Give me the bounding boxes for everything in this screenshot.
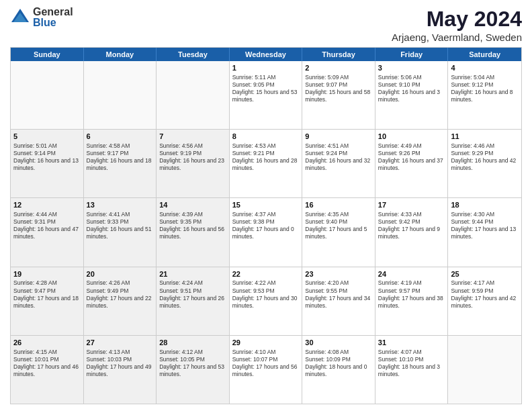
day-number: 6 xyxy=(87,132,154,142)
day-number: 29 xyxy=(232,338,300,348)
header: General Blue May 2024 Arjaeng, Vaermland… xyxy=(10,7,522,43)
calendar-body: 1Sunrise: 5:11 AMSunset: 9:05 PMDaylight… xyxy=(11,61,521,404)
calendar-cell: 21Sunrise: 4:24 AMSunset: 9:51 PMDayligh… xyxy=(157,267,230,335)
day-number: 18 xyxy=(451,200,519,210)
calendar-cell: 28Sunrise: 4:12 AMSunset: 10:05 PMDaylig… xyxy=(157,336,230,404)
cell-info: Sunrise: 4:07 AMSunset: 10:10 PMDaylight… xyxy=(378,349,445,378)
day-number: 15 xyxy=(232,200,300,210)
logo: General Blue xyxy=(10,7,73,28)
calendar-cell: 9Sunrise: 4:51 AMSunset: 9:24 PMDaylight… xyxy=(302,130,375,197)
cell-info: Sunrise: 4:35 AMSunset: 9:40 PMDaylight:… xyxy=(305,211,372,240)
calendar-cell xyxy=(157,61,230,129)
calendar-cell: 8Sunrise: 4:53 AMSunset: 9:21 PMDaylight… xyxy=(230,130,303,197)
day-number: 27 xyxy=(87,338,154,348)
main-title: May 2024 xyxy=(392,7,522,32)
cell-info: Sunrise: 4:22 AMSunset: 9:53 PMDaylight:… xyxy=(232,279,300,309)
calendar-week: 1Sunrise: 5:11 AMSunset: 9:05 PMDaylight… xyxy=(11,61,521,130)
calendar-cell: 31Sunrise: 4:07 AMSunset: 10:10 PMDaylig… xyxy=(375,336,449,404)
cell-info: Sunrise: 4:08 AMSunset: 10:09 PMDaylight… xyxy=(305,349,372,378)
calendar-cell: 17Sunrise: 4:33 AMSunset: 9:42 PMDayligh… xyxy=(375,198,449,266)
calendar-cell: 3Sunrise: 5:06 AMSunset: 9:10 PMDaylight… xyxy=(375,61,449,129)
logo-general-text: General xyxy=(33,7,73,17)
day-number: 26 xyxy=(13,338,81,348)
day-number: 24 xyxy=(378,269,445,279)
calendar-header-day: Sunday xyxy=(11,48,84,61)
day-number: 13 xyxy=(87,200,154,210)
day-number: 7 xyxy=(159,132,226,142)
day-number: 3 xyxy=(378,63,445,73)
subtitle: Arjaeng, Vaermland, Sweden xyxy=(392,32,522,43)
day-number: 12 xyxy=(13,200,81,210)
page: General Blue May 2024 Arjaeng, Vaermland… xyxy=(0,0,532,411)
day-number: 19 xyxy=(13,269,81,279)
day-number: 30 xyxy=(305,338,372,348)
calendar-week: 5Sunrise: 5:01 AMSunset: 9:14 PMDaylight… xyxy=(11,130,521,198)
day-number: 23 xyxy=(305,269,372,279)
cell-info: Sunrise: 4:58 AMSunset: 9:17 PMDaylight:… xyxy=(87,142,154,172)
cell-info: Sunrise: 4:37 AMSunset: 9:38 PMDaylight:… xyxy=(232,211,300,240)
logo-icon xyxy=(10,7,30,28)
cell-info: Sunrise: 4:46 AMSunset: 9:29 PMDaylight:… xyxy=(451,142,519,172)
day-number: 25 xyxy=(451,269,519,279)
calendar-cell: 27Sunrise: 4:13 AMSunset: 10:03 PMDaylig… xyxy=(84,336,157,404)
calendar-week: 26Sunrise: 4:15 AMSunset: 10:01 PMDaylig… xyxy=(11,336,521,404)
cell-info: Sunrise: 4:44 AMSunset: 9:31 PMDaylight:… xyxy=(13,211,81,240)
logo-text: General Blue xyxy=(33,7,73,28)
calendar-cell: 18Sunrise: 4:30 AMSunset: 9:44 PMDayligh… xyxy=(448,198,521,266)
calendar-cell: 15Sunrise: 4:37 AMSunset: 9:38 PMDayligh… xyxy=(230,198,303,266)
day-number: 9 xyxy=(305,132,372,142)
cell-info: Sunrise: 4:53 AMSunset: 9:21 PMDaylight:… xyxy=(232,142,300,172)
calendar-cell: 19Sunrise: 4:28 AMSunset: 9:47 PMDayligh… xyxy=(11,267,84,335)
day-number: 17 xyxy=(378,200,445,210)
day-number: 10 xyxy=(378,132,445,142)
calendar-header-day: Saturday xyxy=(448,48,521,61)
cell-info: Sunrise: 4:19 AMSunset: 9:57 PMDaylight:… xyxy=(378,279,445,309)
calendar-cell: 10Sunrise: 4:49 AMSunset: 9:26 PMDayligh… xyxy=(375,130,449,197)
cell-info: Sunrise: 5:04 AMSunset: 9:12 PMDaylight:… xyxy=(451,74,519,103)
calendar-week: 12Sunrise: 4:44 AMSunset: 9:31 PMDayligh… xyxy=(11,198,521,267)
day-number: 2 xyxy=(305,63,372,73)
calendar-cell xyxy=(448,336,521,404)
cell-info: Sunrise: 4:49 AMSunset: 9:26 PMDaylight:… xyxy=(378,142,445,172)
day-number: 20 xyxy=(87,269,154,279)
calendar-cell: 1Sunrise: 5:11 AMSunset: 9:05 PMDaylight… xyxy=(230,61,303,129)
calendar-header-day: Monday xyxy=(84,48,157,61)
calendar-cell xyxy=(11,61,84,129)
cell-info: Sunrise: 4:12 AMSunset: 10:05 PMDaylight… xyxy=(159,349,226,378)
calendar-cell: 11Sunrise: 4:46 AMSunset: 9:29 PMDayligh… xyxy=(448,130,521,197)
cell-info: Sunrise: 4:33 AMSunset: 9:42 PMDaylight:… xyxy=(378,211,445,240)
cell-info: Sunrise: 4:56 AMSunset: 9:19 PMDaylight:… xyxy=(159,142,226,172)
calendar-header-day: Thursday xyxy=(302,48,375,61)
calendar-cell: 7Sunrise: 4:56 AMSunset: 9:19 PMDaylight… xyxy=(157,130,230,197)
calendar-header-day: Tuesday xyxy=(157,48,230,61)
calendar-cell: 26Sunrise: 4:15 AMSunset: 10:01 PMDaylig… xyxy=(11,336,84,404)
calendar-header-day: Friday xyxy=(375,48,449,61)
day-number: 8 xyxy=(232,132,300,142)
cell-info: Sunrise: 5:01 AMSunset: 9:14 PMDaylight:… xyxy=(13,142,81,172)
calendar-header: SundayMondayTuesdayWednesdayThursdayFrid… xyxy=(11,48,521,61)
day-number: 14 xyxy=(159,200,226,210)
calendar-cell xyxy=(84,61,157,129)
cell-info: Sunrise: 4:15 AMSunset: 10:01 PMDaylight… xyxy=(13,349,81,378)
day-number: 5 xyxy=(13,132,81,142)
cell-info: Sunrise: 4:20 AMSunset: 9:55 PMDaylight:… xyxy=(305,279,372,309)
calendar-cell: 22Sunrise: 4:22 AMSunset: 9:53 PMDayligh… xyxy=(230,267,303,335)
day-number: 1 xyxy=(232,63,300,73)
calendar-cell: 23Sunrise: 4:20 AMSunset: 9:55 PMDayligh… xyxy=(302,267,375,335)
logo-blue-text: Blue xyxy=(33,17,73,28)
cell-info: Sunrise: 4:28 AMSunset: 9:47 PMDaylight:… xyxy=(13,279,81,309)
cell-info: Sunrise: 4:51 AMSunset: 9:24 PMDaylight:… xyxy=(305,142,372,172)
day-number: 21 xyxy=(159,269,226,279)
calendar: SundayMondayTuesdayWednesdayThursdayFrid… xyxy=(10,47,522,404)
calendar-cell: 29Sunrise: 4:10 AMSunset: 10:07 PMDaylig… xyxy=(230,336,303,404)
calendar-week: 19Sunrise: 4:28 AMSunset: 9:47 PMDayligh… xyxy=(11,267,521,336)
cell-info: Sunrise: 5:06 AMSunset: 9:10 PMDaylight:… xyxy=(378,74,445,103)
calendar-cell: 16Sunrise: 4:35 AMSunset: 9:40 PMDayligh… xyxy=(302,198,375,266)
cell-info: Sunrise: 4:41 AMSunset: 9:33 PMDaylight:… xyxy=(87,211,154,240)
calendar-cell: 6Sunrise: 4:58 AMSunset: 9:17 PMDaylight… xyxy=(84,130,157,197)
calendar-cell: 2Sunrise: 5:09 AMSunset: 9:07 PMDaylight… xyxy=(302,61,375,129)
cell-info: Sunrise: 5:09 AMSunset: 9:07 PMDaylight:… xyxy=(305,74,372,103)
calendar-cell: 25Sunrise: 4:17 AMSunset: 9:59 PMDayligh… xyxy=(448,267,521,335)
cell-info: Sunrise: 4:30 AMSunset: 9:44 PMDaylight:… xyxy=(451,211,519,240)
calendar-cell: 30Sunrise: 4:08 AMSunset: 10:09 PMDaylig… xyxy=(302,336,375,404)
